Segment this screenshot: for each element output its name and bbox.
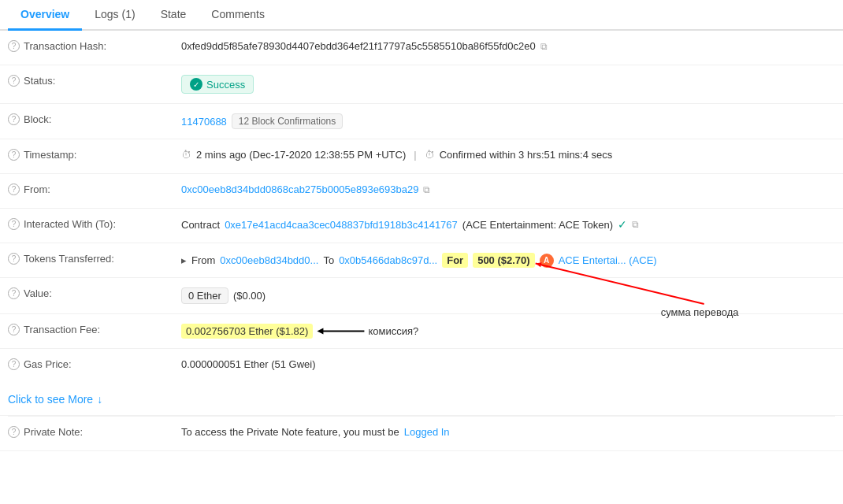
see-more-label: Click to see More (8, 393, 93, 406)
timestamp-label-text: Timestamp: (24, 149, 76, 161)
from-label: ? From: (8, 183, 181, 195)
clock-icon: ⏱ (181, 149, 191, 161)
status-label: ? Status: (8, 75, 181, 87)
token-arrow-icon: ▸ (181, 254, 187, 266)
private-note-value: To access the Private Note feature, you … (181, 426, 835, 438)
copy-txhash-icon[interactable]: ⧉ (540, 41, 548, 52)
help-icon-status[interactable]: ? (8, 75, 20, 87)
transaction-hash-label: ? Transaction Hash: (8, 40, 181, 52)
help-icon-fee[interactable]: ? (8, 324, 20, 335)
for-badge: For (442, 253, 468, 268)
gas-price-label-text: Gas Price: (24, 358, 72, 370)
transaction-hash-label-text: Transaction Hash: (24, 40, 106, 52)
block-number-link[interactable]: 11470688 (181, 116, 227, 128)
copy-from-icon[interactable]: ⧉ (423, 184, 430, 195)
from-label-text: From: (24, 183, 50, 195)
transaction-fee-value: 0.002756703 Ether ($1.82) комиссия? (181, 324, 835, 339)
value-usd: ($0.00) (233, 290, 266, 302)
see-more-section: Click to see More ↓ (0, 384, 843, 416)
tab-logs[interactable]: Logs (1) (82, 0, 147, 31)
tab-state[interactable]: State (148, 0, 199, 31)
private-note-text: To access the Private Note feature, you … (181, 426, 399, 438)
timestamp-label: ? Timestamp: (8, 149, 181, 161)
tab-bar: Overview Logs (1) State Comments (0, 0, 843, 31)
from-row: ? From: 0xc00eeb8d34bdd0868cab275b0005e8… (0, 174, 843, 209)
value-label: ? Value: (8, 287, 181, 299)
tokens-transferred-row: ? Tokens Transferred: ▸ From 0xc00eeb8d3… (0, 243, 843, 278)
status-label-text: Status: (24, 75, 55, 87)
from-prefix: From (191, 254, 215, 266)
contract-prefix: Contract (181, 219, 220, 231)
verified-icon: ✓ (618, 218, 627, 231)
tab-comments[interactable]: Comments (199, 0, 277, 31)
page-wrapper: Overview Logs (1) State Comments ? Trans… (0, 0, 843, 451)
status-row: ? Status: Success (0, 65, 843, 104)
value-amount-badge: 0 Ether (181, 287, 228, 304)
value-label-text: Value: (24, 287, 52, 299)
tokens-transferred-label-text: Tokens Transferred: (24, 253, 114, 265)
interacted-with-row: ? Interacted With (To): Contract 0xe17e4… (0, 209, 843, 243)
transaction-fee-label: ? Transaction Fee: (8, 324, 181, 335)
transaction-hash-value: 0xfed9dd5f85afe78930d4407ebdd364ef21f177… (181, 40, 835, 52)
transaction-fee-row: ? Transaction Fee: 0.002756703 Ether ($1… (0, 314, 843, 349)
from-value: 0xc00eeb8d34bdd0868cab275b0005e893e693ba… (181, 183, 835, 195)
copy-contract-icon[interactable]: ⧉ (632, 219, 639, 230)
help-icon-note[interactable]: ? (8, 426, 20, 438)
help-icon-from[interactable]: ? (8, 183, 20, 195)
help-icon-tokens[interactable]: ? (8, 253, 20, 265)
private-note-label: ? Private Note: (8, 426, 181, 438)
interacted-label: ? Interacted With (To): (8, 218, 181, 230)
tab-overview[interactable]: Overview (8, 0, 82, 31)
help-icon-gas[interactable]: ? (8, 358, 20, 370)
status-badge: Success (181, 75, 254, 94)
block-label: ? Block: (8, 113, 181, 125)
private-note-label-text: Private Note: (24, 426, 83, 438)
block-confirmations-badge: 12 Block Confirmations (232, 113, 343, 129)
private-note-row: ? Private Note: To access the Private No… (0, 417, 843, 451)
transaction-hash-text: 0xfed9dd5f85afe78930d4407ebdd364ef21f177… (181, 40, 536, 52)
value-content: 0 Ether ($0.00) (181, 287, 835, 304)
gas-price-row: ? Gas Price: 0.000000051 Ether (51 Gwei) (0, 349, 843, 384)
timestamp-confirmed: Confirmed within 3 hrs:51 mins:4 secs (440, 149, 613, 161)
timestamp-text: 2 mins ago (Dec-17-2020 12:38:55 PM +UTC… (196, 149, 406, 161)
help-icon-interacted[interactable]: ? (8, 218, 20, 230)
contract-address-link[interactable]: 0xe17e41acd4caa3cec048837bfd1918b3c41417… (225, 219, 458, 231)
token-from-address[interactable]: 0xc00eeb8d34bdd0... (220, 254, 318, 266)
transaction-fee-label-text: Transaction Fee: (24, 324, 100, 335)
fee-amount-highlight: 0.002756703 Ether ($1.82) (181, 324, 313, 339)
interacted-label-text: Interacted With (To): (24, 218, 116, 230)
block-label-text: Block: (24, 113, 51, 125)
content-area: ? Transaction Hash: 0xfed9dd5f85afe78930… (0, 31, 843, 384)
gas-price-value: 0.000000051 Ether (51 Gwei) (181, 358, 835, 370)
token-to-address[interactable]: 0x0b5466dab8c97d... (339, 254, 437, 266)
gas-price-label: ? Gas Price: (8, 358, 181, 370)
token-name-link[interactable]: ACE Entertai... (ACE) (559, 254, 657, 266)
timestamp-divider: | (414, 149, 416, 161)
logged-in-link[interactable]: Logged In (404, 426, 450, 438)
status-value: Success (181, 75, 835, 94)
timestamp-value: ⏱ 2 mins ago (Dec-17-2020 12:38:55 PM +U… (181, 149, 835, 161)
value-row: ? Value: 0 Ether ($0.00) (0, 278, 843, 314)
down-arrow-icon: ↓ (97, 393, 102, 406)
timestamp-row: ? Timestamp: ⏱ 2 mins ago (Dec-17-2020 1… (0, 139, 843, 174)
from-address-link[interactable]: 0xc00eeb8d34bdd0868cab275b0005e893e693ba… (181, 183, 418, 195)
interacted-value: Contract 0xe17e41acd4caa3cec048837bfd191… (181, 218, 835, 231)
ace-token-icon: A (540, 254, 554, 268)
see-more-link[interactable]: Click to see More ↓ (8, 393, 102, 406)
tokens-transferred-label: ? Tokens Transferred: (8, 253, 181, 265)
to-prefix: To (323, 254, 334, 266)
help-icon-txhash[interactable]: ? (8, 40, 20, 52)
block-row: ? Block: 11470688 12 Block Confirmations (0, 104, 843, 139)
help-icon-block[interactable]: ? (8, 113, 20, 125)
help-icon-value[interactable]: ? (8, 287, 20, 299)
token-amount-badge: 500 ($2.70) (473, 253, 535, 268)
help-icon-timestamp[interactable]: ? (8, 149, 20, 161)
gas-price-text: 0.000000051 Ether (51 Gwei) (181, 358, 316, 370)
tokens-transferred-value: ▸ From 0xc00eeb8d34bdd0... To 0x0b5466da… (181, 253, 835, 268)
contract-name: (ACE Entertainment: ACE Token) (462, 219, 613, 231)
block-value: 11470688 12 Block Confirmations (181, 113, 835, 129)
clock-icon-2: ⏱ (425, 149, 435, 161)
transaction-hash-row: ? Transaction Hash: 0xfed9dd5f85afe78930… (0, 31, 843, 65)
